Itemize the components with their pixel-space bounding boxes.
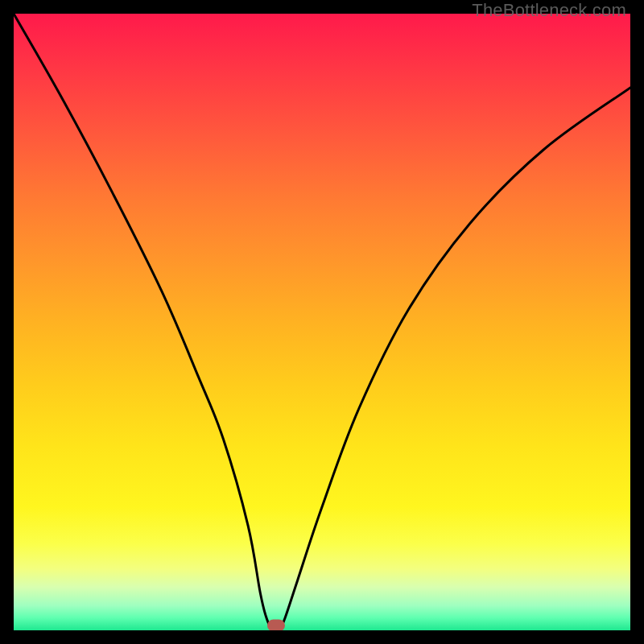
watermark-text: TheBottleneck.com — [472, 0, 626, 21]
chart-area — [14, 14, 630, 630]
bottleneck-curve — [14, 14, 630, 630]
optimum-marker — [267, 619, 285, 630]
